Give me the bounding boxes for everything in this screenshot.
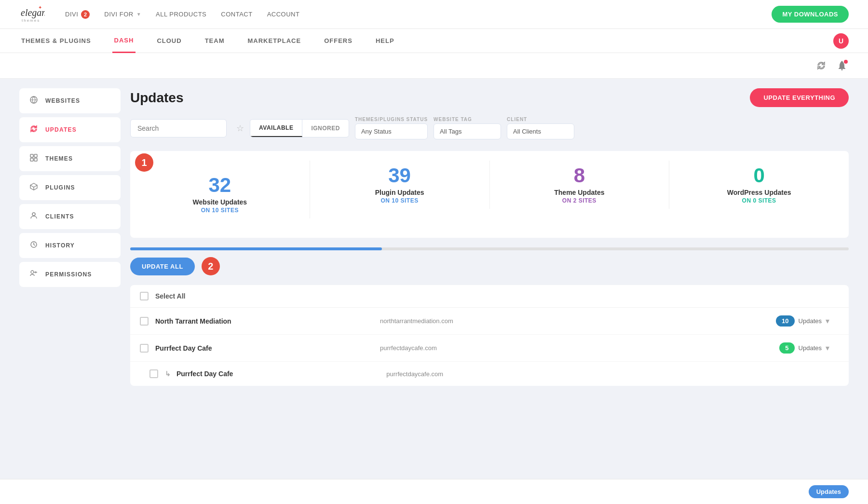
- stats-row: 1 32 Website Updates ON 10 SITES 39 Plug…: [130, 161, 849, 218]
- row-checkbox-north-tarrant[interactable]: [140, 317, 149, 326]
- tab-available[interactable]: AVAILABLE: [250, 120, 302, 137]
- nav-link-divi[interactable]: DIVI 2: [65, 10, 90, 19]
- sidebar-item-permissions[interactable]: PERMISSIONS: [19, 262, 121, 287]
- website-updates-sites: ON 10 SITES: [201, 207, 239, 214]
- svg-rect-6: [34, 154, 37, 157]
- site-name-purrfect: Purrfect Day Cafe: [155, 344, 380, 352]
- theme-updates-label: Theme Updates: [554, 189, 604, 196]
- top-nav: elegant themes ✦ DIVI 2 DIVI FOR ▼ ALL P…: [0, 0, 868, 29]
- sec-nav-team[interactable]: TEAM: [203, 29, 227, 53]
- svg-point-3: [841, 69, 843, 70]
- logo[interactable]: elegant themes ✦: [19, 5, 46, 24]
- updates-label-purrfect: Updates: [799, 344, 822, 352]
- update-all-button[interactable]: UPDATE ALL: [130, 258, 195, 275]
- site-url-north-tarrant: northtarrantmediation.com: [380, 317, 605, 325]
- stat-wordpress-updates: 0 WordPress Updates ON 0 SITES: [669, 161, 849, 209]
- filter-tabs: AVAILABLE IGNORED: [250, 119, 349, 137]
- wordpress-updates-label: WordPress Updates: [727, 189, 791, 196]
- update-everything-button[interactable]: UPDATE EVERYTHING: [750, 88, 849, 107]
- client-filter-select[interactable]: All Clients: [507, 123, 574, 139]
- sidebar-label-history: HISTORY: [45, 242, 75, 249]
- plugin-updates-sites: ON 10 SITES: [381, 197, 419, 204]
- globe-icon: [29, 96, 39, 106]
- page-title: Updates: [130, 90, 183, 106]
- top-nav-right: MY DOWNLOADS: [772, 6, 849, 23]
- table-row: Purrfect Day Cafe purrfectdaycafe.com 5 …: [130, 335, 849, 362]
- themes-icon: [29, 154, 39, 163]
- sec-nav-dash[interactable]: DASH: [112, 29, 136, 53]
- table-row-sub: ↳ Purrfect Day Cafe purrfectdaycafe.com: [130, 362, 849, 386]
- site-url-purrfect: purrfectdaycafe.com: [380, 344, 605, 352]
- theme-updates-sites: ON 2 SITES: [562, 197, 597, 204]
- sidebar-label-updates: UPDATES: [45, 126, 77, 133]
- bottom-updates-button[interactable]: Updates: [809, 485, 849, 498]
- updates-label-north-tarrant: Updates: [799, 317, 822, 325]
- website-updates-number: 32: [209, 175, 231, 195]
- update-all-row: UPDATE ALL 2: [130, 257, 849, 275]
- status-filter-label: THEMES/PLUGINS STATUS: [355, 117, 428, 122]
- updates-table: Select All North Tarrant Mediation north…: [130, 285, 849, 386]
- tag-filter-label: WEBSITE TAG: [434, 117, 501, 122]
- step-2-badge: 2: [202, 257, 220, 275]
- tab-ignored[interactable]: IGNORED: [302, 120, 349, 137]
- sidebar-item-themes[interactable]: THEMES: [19, 146, 121, 171]
- chevron-down-icon-purrfect[interactable]: ▾: [826, 343, 829, 353]
- search-input[interactable]: [130, 119, 227, 137]
- sidebar-item-history[interactable]: HISTORY: [19, 233, 121, 258]
- sidebar-item-plugins[interactable]: PLUGINS: [19, 175, 121, 200]
- user-avatar[interactable]: U: [833, 33, 849, 49]
- table-row: North Tarrant Mediation northtarrantmedi…: [130, 308, 849, 335]
- my-downloads-button[interactable]: MY DOWNLOADS: [772, 6, 849, 23]
- tag-filter-select[interactable]: All Tags: [434, 123, 501, 139]
- sidebar-item-websites[interactable]: WEBSITES: [19, 88, 121, 113]
- updates-count-north-tarrant: 10: [776, 315, 794, 327]
- sidebar: WEBSITES UPDATES THEMES: [19, 88, 121, 499]
- sidebar-item-clients[interactable]: CLIENTS: [19, 204, 121, 229]
- theme-updates-number: 8: [574, 165, 585, 186]
- nav-link-all-products[interactable]: ALL PRODUCTS: [156, 11, 206, 18]
- progress-section: UPDATE ALL 2: [130, 247, 849, 275]
- clients-icon: [29, 212, 39, 221]
- main-layout: WEBSITES UPDATES THEMES: [0, 79, 868, 504]
- notification-dot: [844, 60, 848, 64]
- divi-badge: 2: [81, 10, 90, 19]
- plugin-updates-number: 39: [388, 165, 411, 186]
- top-nav-left: elegant themes ✦ DIVI 2 DIVI FOR ▼ ALL P…: [19, 5, 299, 24]
- sidebar-item-updates[interactable]: UPDATES: [19, 117, 121, 142]
- notification-icon[interactable]: [835, 59, 849, 72]
- filters-row: ☆ AVAILABLE IGNORED THEMES/PLUGINS STATU…: [130, 117, 849, 139]
- sec-nav-marketplace[interactable]: MARKETPLACE: [245, 29, 303, 53]
- plugins-icon: [29, 183, 39, 192]
- sidebar-label-permissions: PERMISSIONS: [45, 271, 92, 278]
- sec-nav-offers[interactable]: OFFERS: [322, 29, 354, 53]
- progress-bar-background: [130, 247, 849, 250]
- nav-link-contact[interactable]: CONTACT: [221, 11, 252, 18]
- permissions-icon: [29, 270, 39, 279]
- site-name-purrfect-sub: ↳ Purrfect Day Cafe: [165, 370, 386, 378]
- sidebar-label-clients: CLIENTS: [45, 213, 74, 220]
- sec-nav-cloud[interactable]: CLOUD: [155, 29, 183, 53]
- refresh-icon[interactable]: [814, 59, 828, 72]
- select-all-label: Select All: [155, 292, 186, 300]
- site-url-purrfect-sub: purrfectdaycafe.com: [386, 370, 608, 378]
- step-1-badge: 1: [135, 153, 153, 172]
- tag-filter-group: WEBSITE TAG All Tags: [434, 117, 501, 139]
- row-checkbox-purrfect[interactable]: [140, 344, 149, 353]
- status-filter-select[interactable]: Any Status Active Inactive: [355, 123, 428, 139]
- status-filter-group: THEMES/PLUGINS STATUS Any Status Active …: [355, 117, 428, 139]
- refresh-circle-icon: [29, 125, 39, 135]
- svg-text:themes: themes: [22, 18, 40, 23]
- nav-link-divi-for[interactable]: DIVI FOR ▼: [104, 11, 141, 18]
- star-filter-icon[interactable]: ☆: [236, 123, 244, 134]
- sec-nav-themes-plugins[interactable]: THEMES & PLUGINS: [19, 29, 93, 53]
- updates-info-purrfect: 5 Updates ▾: [605, 342, 839, 354]
- updates-count-purrfect: 5: [779, 342, 794, 354]
- svg-rect-5: [30, 154, 33, 157]
- top-nav-links: DIVI 2 DIVI FOR ▼ ALL PRODUCTS CONTACT A…: [65, 10, 299, 19]
- chevron-down-icon-north-tarrant[interactable]: ▾: [826, 316, 829, 326]
- plugin-updates-label: Plugin Updates: [375, 189, 424, 196]
- row-checkbox-purrfect-sub[interactable]: [149, 369, 158, 378]
- nav-link-account[interactable]: ACCOUNT: [267, 11, 300, 18]
- sec-nav-help[interactable]: HELP: [374, 29, 396, 53]
- select-all-checkbox[interactable]: [140, 292, 149, 300]
